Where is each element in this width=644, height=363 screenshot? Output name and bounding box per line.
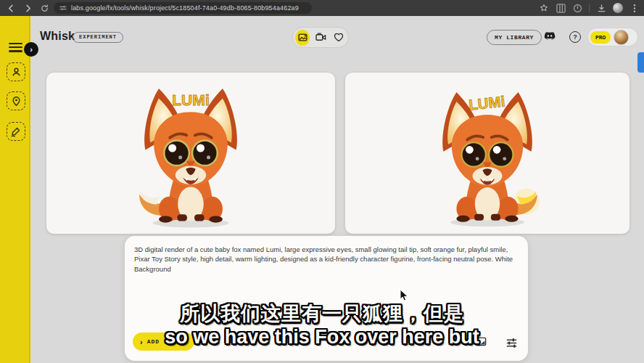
- fox-name-text-right: LUMi: [468, 93, 505, 113]
- browser-toolbar-right: [539, 0, 640, 16]
- question-mark-icon: ?: [573, 33, 577, 41]
- sidebar-expand-button[interactable]: ›: [24, 42, 38, 57]
- aspect-ratio-icon: [476, 336, 487, 347]
- sidebar-item-subject[interactable]: [7, 62, 25, 81]
- user-avatar[interactable]: [614, 30, 629, 45]
- whisk-app-screenshot: labs.google/fx/tools/whisk/project/5c185…: [0, 0, 644, 363]
- fox-name-text-left: LUMi: [172, 91, 210, 108]
- my-library-button[interactable]: MY LIBRARY: [487, 30, 542, 45]
- browser-chrome: labs.google/fx/tools/whisk/project/5c185…: [0, 0, 644, 16]
- settings-button[interactable]: [505, 336, 518, 349]
- style-pen-icon: [10, 126, 22, 137]
- generated-image-left[interactable]: LUMi: [46, 73, 335, 234]
- help-button[interactable]: ?: [569, 31, 581, 43]
- fox-illustration-left: LUMi: [123, 78, 258, 234]
- fox-illustration-right: LUMi: [422, 81, 553, 234]
- pro-badge: PRO: [590, 31, 611, 44]
- download-icon[interactable]: [596, 3, 606, 13]
- account-pill[interactable]: PRO: [587, 28, 638, 46]
- tune-sliders-icon: [505, 337, 518, 349]
- toolbar-divider: [589, 4, 590, 12]
- generated-image-right[interactable]: LUMi: [345, 73, 629, 234]
- heart-icon: [334, 33, 344, 42]
- tools-sidebar: [0, 16, 30, 363]
- sidebar-item-scene[interactable]: [7, 91, 25, 110]
- forward-arrow-icon[interactable]: [22, 2, 33, 14]
- location-pin-icon: [11, 96, 22, 107]
- aspect-ratio-button[interactable]: [474, 335, 487, 348]
- prompt-card: 3D digital render of a cute baby fox nam…: [125, 236, 528, 361]
- video-mode-button[interactable]: [313, 30, 328, 46]
- prompt-text[interactable]: 3D digital render of a cute baby fox nam…: [134, 245, 523, 274]
- image-mode-button[interactable]: [295, 30, 310, 46]
- extensions-panel-icon[interactable]: [556, 3, 566, 13]
- bookmark-star-icon[interactable]: [539, 3, 549, 13]
- browser-menu-dots-icon[interactable]: [629, 3, 640, 13]
- add-image-button[interactable]: › ADD IMAGE: [133, 333, 194, 351]
- mode-switcher: [292, 27, 349, 48]
- reload-icon[interactable]: [38, 2, 50, 14]
- back-arrow-icon[interactable]: [5, 2, 17, 14]
- url-text[interactable]: labs.google/fx/tools/whisk/project/5c185…: [71, 4, 299, 12]
- person-icon: [11, 67, 22, 78]
- history-clock-icon[interactable]: [572, 3, 582, 13]
- experiment-badge: EXPERIMENT: [73, 32, 123, 43]
- feedback-edge-tab[interactable]: [637, 52, 644, 73]
- video-mode-icon: [315, 33, 326, 42]
- page-title: Whisk: [40, 30, 75, 43]
- mouse-cursor: [400, 289, 409, 305]
- favorites-button[interactable]: [331, 30, 346, 46]
- chevron-right-icon: ›: [140, 338, 143, 346]
- browser-profile-avatar[interactable]: [613, 3, 623, 13]
- site-settings-icon[interactable]: [59, 4, 67, 12]
- sidebar-item-style[interactable]: [7, 122, 25, 141]
- image-mode-icon: [298, 33, 307, 42]
- discord-icon[interactable]: [543, 31, 556, 43]
- url-bar[interactable]: labs.google/fx/tools/whisk/project/5c185…: [54, 2, 312, 14]
- menu-hamburger-icon[interactable]: [9, 43, 22, 52]
- chevron-right-icon: ›: [30, 45, 33, 54]
